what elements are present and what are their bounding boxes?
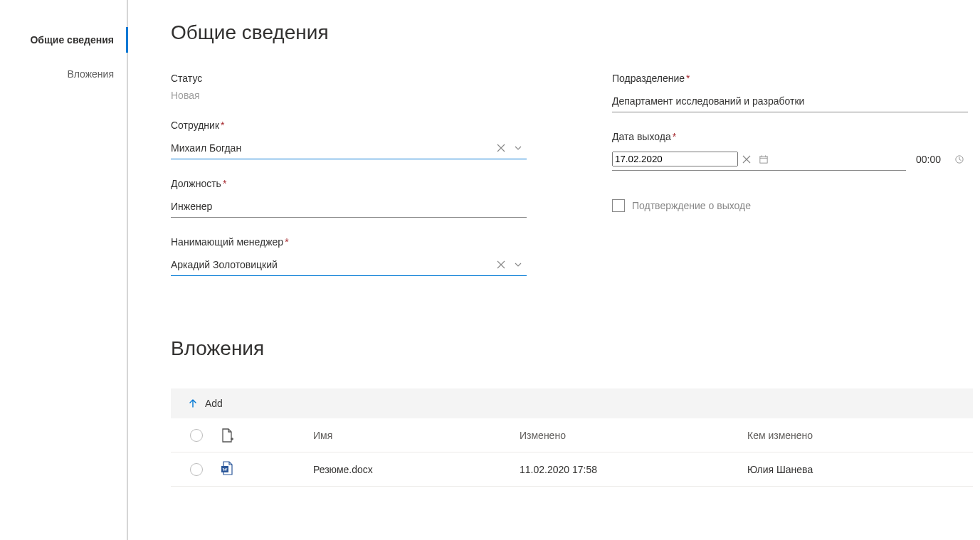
field-employee: Сотрудник* <box>171 120 527 159</box>
attachments-header-row: Имя Изменено Кем изменено <box>171 418 973 452</box>
department-label: Подразделение* <box>612 73 968 84</box>
file-icon <box>221 428 233 443</box>
sidebar-item-label: Вложения <box>67 68 114 80</box>
exit-date-row: 00:00 <box>612 148 968 171</box>
add-label: Add <box>205 398 223 409</box>
field-status: Статус Новая <box>171 73 527 101</box>
hiring-manager-picker[interactable] <box>171 253 527 276</box>
department-input[interactable] <box>612 92 968 110</box>
position-input-wrap[interactable] <box>171 195 527 218</box>
position-label: Должность* <box>171 178 527 189</box>
status-value: Новая <box>171 90 527 101</box>
required-marker: * <box>673 131 676 142</box>
sidebar: Общие сведения Вложения <box>0 0 128 540</box>
row-select-circle[interactable] <box>190 463 203 476</box>
field-hiring-manager: Нанимающий менеджер* <box>171 236 527 276</box>
word-file-icon: W <box>221 461 233 477</box>
status-label: Статус <box>171 73 527 84</box>
department-input-wrap[interactable] <box>612 90 968 112</box>
col-header-modified-by[interactable]: Кем изменено <box>747 430 964 441</box>
form-column-left: Статус Новая Сотрудник* <box>171 73 527 295</box>
field-position: Должность* <box>171 178 527 218</box>
field-confirm-exit[interactable]: Подтверждение о выходе <box>612 199 968 212</box>
row-modified-by: Юлия Шанева <box>747 464 964 475</box>
employee-picker[interactable] <box>171 137 527 159</box>
required-marker: * <box>223 178 226 189</box>
exit-time-value: 00:00 <box>916 154 941 165</box>
confirm-exit-label: Подтверждение о выходе <box>632 200 751 211</box>
hiring-manager-input[interactable] <box>171 256 492 273</box>
select-all-circle[interactable] <box>190 429 203 442</box>
file-type-header <box>214 428 313 443</box>
employee-label: Сотрудник* <box>171 120 527 131</box>
field-exit-date: Дата выхода* 00:00 <box>612 131 968 171</box>
clear-icon[interactable] <box>738 155 755 164</box>
clock-icon[interactable] <box>951 155 968 164</box>
clear-icon[interactable] <box>492 260 510 269</box>
upload-icon <box>188 398 198 408</box>
sidebar-item-attachments[interactable]: Вложения <box>0 57 127 91</box>
attachments-add-button[interactable]: Add <box>171 388 973 418</box>
field-department: Подразделение* <box>612 73 968 112</box>
col-header-name[interactable]: Имя <box>313 430 520 441</box>
exit-date-input-wrap[interactable] <box>612 148 906 171</box>
hiring-manager-label: Нанимающий менеджер* <box>171 236 527 248</box>
confirm-exit-checkbox[interactable] <box>612 199 625 212</box>
svg-text:W: W <box>223 467 228 472</box>
main-content: Общие сведения Статус Новая Сотрудник* <box>128 0 980 540</box>
required-marker: * <box>221 120 224 131</box>
svg-rect-0 <box>760 156 767 162</box>
row-modified: 11.02.2020 17:58 <box>520 464 747 475</box>
attachments-title: Вложения <box>171 337 973 360</box>
table-row[interactable]: W Резюме.docx 11.02.2020 17:58 Юлия Шане… <box>171 452 973 487</box>
calendar-icon[interactable] <box>755 155 772 164</box>
page-root: Общие сведения Вложения Общие сведения С… <box>0 0 980 540</box>
exit-date-input[interactable] <box>612 152 738 166</box>
row-file-icon-cell: W <box>214 461 313 477</box>
chevron-down-icon[interactable] <box>510 144 527 152</box>
required-marker: * <box>285 236 288 248</box>
sidebar-item-general[interactable]: Общие сведения <box>0 23 127 57</box>
row-file-name[interactable]: Резюме.docx <box>313 464 520 475</box>
form-area: Статус Новая Сотрудник* <box>171 73 973 295</box>
attachments-section: Вложения Add Имя <box>171 337 973 487</box>
position-input[interactable] <box>171 198 527 215</box>
row-select-cell[interactable] <box>179 463 214 476</box>
col-header-modified[interactable]: Изменено <box>520 430 747 441</box>
required-marker: * <box>686 73 690 84</box>
form-column-right: Подразделение* Дата выхода* <box>612 73 968 295</box>
page-title: Общие сведения <box>171 21 973 44</box>
select-all-cell[interactable] <box>179 429 214 442</box>
attachments-table: Имя Изменено Кем изменено W Резюме.docx … <box>171 418 973 487</box>
sidebar-item-label: Общие сведения <box>30 34 114 46</box>
employee-input[interactable] <box>171 139 492 157</box>
exit-date-label: Дата выхода* <box>612 131 968 142</box>
clear-icon[interactable] <box>492 144 510 152</box>
chevron-down-icon[interactable] <box>510 260 527 269</box>
